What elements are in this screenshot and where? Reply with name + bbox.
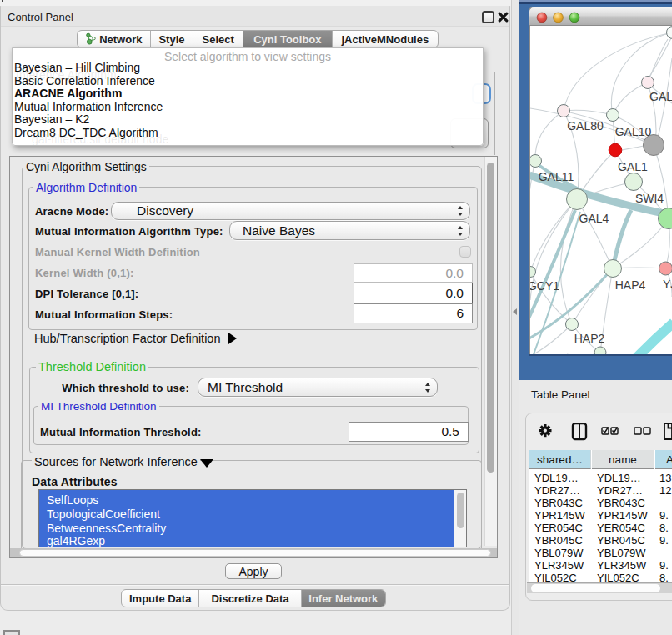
svg-text:YJ: YJ — [663, 278, 672, 291]
svg-text:GAL7: GAL7 — [649, 90, 672, 103]
svg-text:GAL80: GAL80 — [567, 119, 604, 132]
svg-text:GAL11: GAL11 — [539, 170, 574, 183]
svg-text:HAP4: HAP4 — [615, 278, 646, 292]
svg-text:SWI4: SWI4 — [635, 192, 664, 205]
svg-text:GAL10: GAL10 — [615, 125, 652, 138]
svg-text:GAL1: GAL1 — [618, 160, 648, 173]
svg-text:GAL4: GAL4 — [579, 212, 609, 225]
svg-text:GCY1: GCY1 — [530, 279, 559, 292]
svg-text:HAP2: HAP2 — [574, 332, 605, 345]
